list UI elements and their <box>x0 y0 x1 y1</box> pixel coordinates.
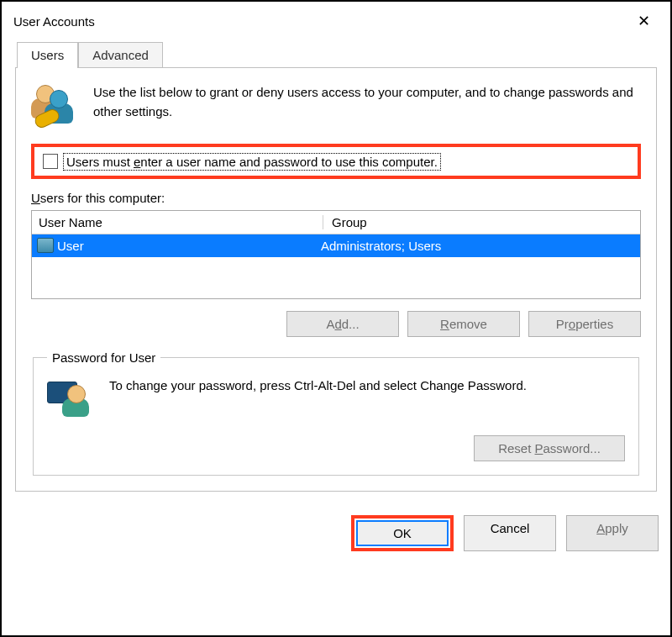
highlight-must-enter: Users must enter a user name and passwor… <box>31 144 641 179</box>
users-list[interactable]: User Name Group User Administrators; Use… <box>31 210 641 299</box>
remove-button[interactable]: Remove <box>407 311 520 337</box>
cell-user-name: User <box>57 239 321 253</box>
users-for-computer-label: Users for this computer: <box>31 191 641 205</box>
col-group[interactable]: Group <box>323 215 635 229</box>
tab-users[interactable]: Users <box>17 42 78 68</box>
cell-group: Administrators; Users <box>321 239 635 253</box>
list-row-selected[interactable]: User Administrators; Users <box>32 234 640 257</box>
list-button-row: Add... Remove Properties <box>31 311 641 337</box>
apply-button[interactable]: Apply <box>566 515 659 551</box>
user-row-icon <box>37 238 54 253</box>
checkbox-label[interactable]: Users must enter a user name and passwor… <box>65 155 439 169</box>
password-instruction-text: To change your password, press Ctrl-Alt-… <box>109 376 625 396</box>
close-icon[interactable]: ✕ <box>627 12 660 30</box>
properties-button[interactable]: Properties <box>528 311 641 337</box>
titlebar: User Accounts ✕ <box>2 2 670 37</box>
user-monitor-icon <box>47 376 94 424</box>
password-group-legend: Password for User <box>47 350 160 365</box>
cancel-button[interactable]: Cancel <box>464 515 556 551</box>
tab-bar: Users Advanced <box>17 42 657 67</box>
window-title: User Accounts <box>13 14 95 29</box>
ok-button[interactable]: OK <box>356 520 449 546</box>
tab-advanced[interactable]: Advanced <box>78 42 163 67</box>
reset-password-button[interactable]: Reset Password... <box>474 435 625 461</box>
list-header[interactable]: User Name Group <box>32 211 640 234</box>
add-button[interactable]: Add... <box>286 311 399 337</box>
intro-text: Use the list below to grant or deny user… <box>93 83 641 121</box>
dialog-content: Users Advanced Use the list below to gra… <box>2 37 670 503</box>
highlight-ok: OK <box>351 515 454 551</box>
checkbox-must-enter[interactable] <box>43 154 58 169</box>
password-group: Password for User To change your passwor… <box>33 350 639 476</box>
users-key-icon <box>31 83 78 130</box>
col-user-name[interactable]: User Name <box>39 215 323 229</box>
intro-row: Use the list below to grant or deny user… <box>31 83 641 130</box>
tab-panel-users: Use the list below to grant or deny user… <box>15 67 657 492</box>
dialog-bottom-buttons: OK Cancel Apply <box>2 503 670 561</box>
